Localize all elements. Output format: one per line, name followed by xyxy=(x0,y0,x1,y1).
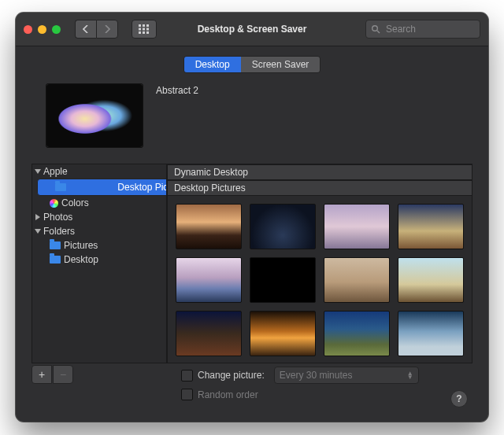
current-wallpaper-preview: Abstract 2 xyxy=(46,83,198,148)
titlebar: Desktop & Screen Saver xyxy=(16,13,488,46)
section-header-desktop-pictures: Desktop Pictures xyxy=(168,180,472,196)
wallpaper-tile[interactable] xyxy=(250,311,316,356)
close-window-button[interactable] xyxy=(24,25,32,34)
tab-desktop[interactable]: Desktop xyxy=(184,57,241,72)
search-field[interactable] xyxy=(365,20,480,39)
wallpaper-tile[interactable] xyxy=(250,257,316,303)
disclosure-triangle-icon xyxy=(35,229,41,234)
wallpaper-name: Abstract 2 xyxy=(156,83,198,96)
sidebar-item-colors[interactable]: Colors xyxy=(32,196,166,210)
wallpaper-tile[interactable] xyxy=(324,311,390,356)
source-sidebar: Apple Desktop Pictures Colors Photos Fol… xyxy=(32,164,167,363)
svg-rect-0 xyxy=(139,24,141,27)
sidebar-item-desktop-pictures[interactable]: Desktop Pictures xyxy=(37,179,167,196)
wallpaper-tile[interactable] xyxy=(250,204,316,249)
sidebar-group-apple[interactable]: Apple xyxy=(32,164,166,179)
svg-line-10 xyxy=(377,31,380,33)
minimize-window-button[interactable] xyxy=(38,25,46,34)
svg-rect-3 xyxy=(139,28,141,31)
svg-rect-7 xyxy=(143,31,145,34)
sidebar-label: Desktop Pictures xyxy=(117,182,167,193)
add-folder-button[interactable]: + xyxy=(32,365,52,384)
random-order-checkbox[interactable] xyxy=(181,389,193,400)
wallpaper-tile[interactable] xyxy=(176,257,242,303)
svg-rect-8 xyxy=(146,31,149,34)
change-picture-label: Change picture: xyxy=(198,370,265,381)
wallpaper-tile[interactable] xyxy=(324,257,390,303)
tab-bar: Desktop Screen Saver xyxy=(16,56,488,73)
sidebar-label: Apple xyxy=(43,166,68,177)
wallpaper-thumbnail xyxy=(46,83,143,148)
random-order-label: Random order xyxy=(198,389,258,400)
prefs-window: Desktop & Screen Saver Desktop Screen Sa… xyxy=(16,13,488,422)
forward-button[interactable] xyxy=(96,20,118,39)
wallpaper-browser: Dynamic Desktop Desktop Pictures xyxy=(167,164,472,363)
nav-buttons xyxy=(75,20,118,39)
sidebar-label: Pictures xyxy=(64,240,98,251)
change-picture-checkbox[interactable] xyxy=(181,370,193,382)
sidebar-label: Folders xyxy=(43,226,75,237)
change-interval-select[interactable]: Every 30 minutes ▲▼ xyxy=(274,367,419,384)
show-all-button[interactable] xyxy=(132,20,157,39)
section-header-dynamic: Dynamic Desktop xyxy=(168,164,472,180)
wallpaper-grid xyxy=(168,196,472,363)
search-icon xyxy=(371,24,380,34)
sidebar-item-pictures[interactable]: Pictures xyxy=(32,238,166,253)
chevron-updown-icon: ▲▼ xyxy=(407,371,413,379)
window-controls xyxy=(24,25,61,34)
svg-rect-1 xyxy=(143,24,145,27)
svg-rect-2 xyxy=(146,24,149,27)
svg-point-9 xyxy=(372,26,378,31)
svg-rect-6 xyxy=(139,31,141,34)
wallpaper-tile[interactable] xyxy=(398,257,464,303)
wallpaper-tile[interactable] xyxy=(324,204,390,249)
colors-icon xyxy=(50,199,58,208)
disclosure-triangle-icon xyxy=(35,169,41,174)
zoom-window-button[interactable] xyxy=(52,25,61,34)
back-button[interactable] xyxy=(75,20,96,39)
sidebar-label: Photos xyxy=(43,212,72,223)
sidebar-label: Desktop xyxy=(64,254,98,265)
sidebar-label: Colors xyxy=(61,197,89,208)
folder-icon xyxy=(55,183,66,191)
search-input[interactable] xyxy=(384,23,475,35)
sidebar-group-folders[interactable]: Folders xyxy=(32,224,166,238)
remove-folder-button[interactable]: − xyxy=(53,365,73,384)
help-button[interactable]: ? xyxy=(450,390,468,407)
sidebar-group-photos[interactable]: Photos xyxy=(32,210,166,224)
change-options: Change picture: Every 30 minutes ▲▼ Rand… xyxy=(181,367,419,400)
disclosure-triangle-icon xyxy=(35,214,40,220)
svg-rect-4 xyxy=(143,28,145,31)
wallpaper-tile[interactable] xyxy=(398,204,464,249)
wallpaper-tile[interactable] xyxy=(176,311,242,356)
folder-icon xyxy=(50,256,61,264)
sidebar-item-desktop-folder[interactable]: Desktop xyxy=(32,253,166,267)
select-value: Every 30 minutes xyxy=(280,370,353,381)
tab-screen-saver[interactable]: Screen Saver xyxy=(241,57,321,72)
wallpaper-tile[interactable] xyxy=(176,204,242,249)
folder-icon xyxy=(50,241,61,249)
wallpaper-tile[interactable] xyxy=(398,311,464,356)
svg-rect-5 xyxy=(146,28,149,31)
